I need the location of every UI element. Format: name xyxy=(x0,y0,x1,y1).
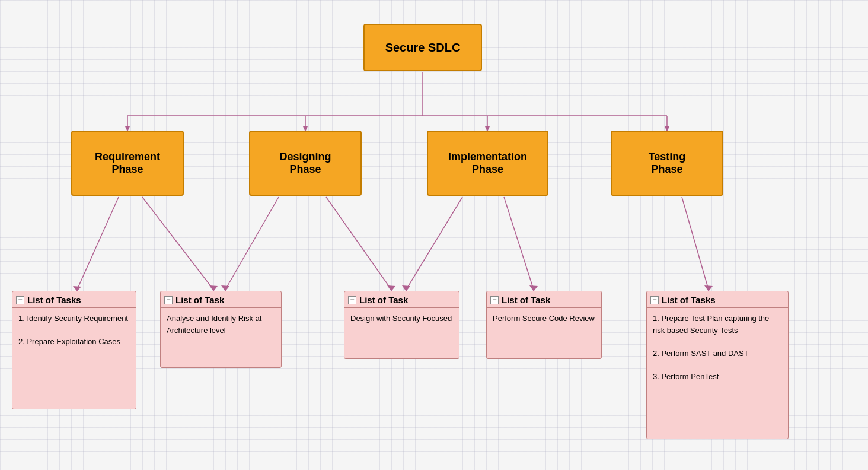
task-box-3-title: List of Task xyxy=(359,295,408,305)
task-box-4-header: − List of Task xyxy=(487,291,601,308)
task-box-5-title: List of Tasks xyxy=(662,295,716,305)
task-box-5-body: 1. Prepare Test Plan capturing the risk … xyxy=(647,308,788,387)
phase-box-requirement: RequirementPhase xyxy=(71,131,184,196)
svg-line-22 xyxy=(682,197,709,290)
svg-line-10 xyxy=(77,197,119,290)
collapse-icon-1[interactable]: − xyxy=(16,296,24,304)
task-box-4: − List of Task Perform Secure Code Revie… xyxy=(486,291,602,359)
diagram-container: Secure SDLC RequirementPhase DesigningPh… xyxy=(0,0,868,470)
task-box-1-body: 1. Identify Security Requirement 2. Prep… xyxy=(12,308,136,352)
phase-label-implementation: ImplementationPhase xyxy=(448,151,527,176)
phase-label-designing: DesigningPhase xyxy=(279,151,331,176)
collapse-icon-5[interactable]: − xyxy=(650,296,659,304)
task-box-4-body: Perform Secure Code Review xyxy=(487,308,601,329)
root-label: Secure SDLC xyxy=(385,41,461,55)
task-box-1: − List of Tasks 1. Identify Security Req… xyxy=(12,291,136,409)
task-box-5-header: − List of Tasks xyxy=(647,291,788,308)
collapse-icon-4[interactable]: − xyxy=(490,296,499,304)
svg-line-14 xyxy=(225,197,279,290)
svg-line-16 xyxy=(326,197,391,290)
phase-box-testing: TestingPhase xyxy=(611,131,723,196)
task-box-5: − List of Tasks 1. Prepare Test Plan cap… xyxy=(646,291,789,439)
root-box: Secure SDLC xyxy=(363,24,482,71)
svg-line-12 xyxy=(142,197,213,290)
phase-label-testing: TestingPhase xyxy=(649,151,686,176)
task-box-3-header: − List of Task xyxy=(344,291,459,308)
task-box-2-title: List of Task xyxy=(175,295,224,305)
task-box-2: − List of Task Analyse and Identify Risk… xyxy=(160,291,282,368)
task-box-3-body: Design with Security Focused xyxy=(344,308,459,329)
task-box-1-title: List of Tasks xyxy=(27,295,81,305)
phase-box-designing: DesigningPhase xyxy=(249,131,362,196)
phase-box-implementation: ImplementationPhase xyxy=(427,131,548,196)
task-box-4-title: List of Task xyxy=(502,295,550,305)
task-box-2-body: Analyse and Identify Risk at Architectur… xyxy=(161,308,281,341)
task-box-1-header: − List of Tasks xyxy=(12,291,136,308)
task-box-2-header: − List of Task xyxy=(161,291,281,308)
svg-line-18 xyxy=(406,197,462,290)
svg-line-20 xyxy=(504,197,534,290)
collapse-icon-3[interactable]: − xyxy=(348,296,356,304)
phase-label-requirement: RequirementPhase xyxy=(95,151,160,176)
collapse-icon-2[interactable]: − xyxy=(164,296,173,304)
task-box-3: − List of Task Design with Security Focu… xyxy=(344,291,459,359)
